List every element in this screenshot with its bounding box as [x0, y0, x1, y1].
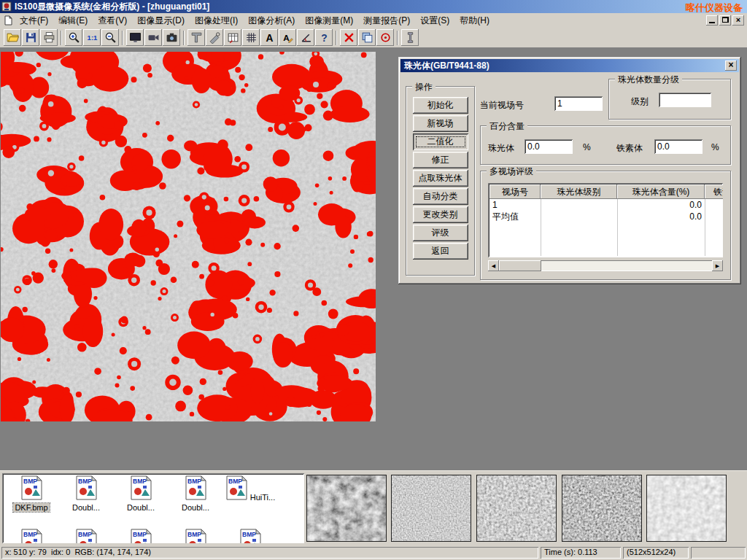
open-button[interactable] — [4, 29, 21, 46]
operation-button[interactable]: 评级 — [413, 225, 468, 241]
operation-button[interactable]: 点取珠光体 — [413, 170, 468, 187]
file-item[interactable]: BMPHuiTi... — [223, 475, 277, 502]
level-input[interactable] — [659, 93, 711, 107]
file-item[interactable]: BMP — [114, 529, 168, 543]
metallographic-image[interactable] — [1, 52, 376, 421]
text-annotate-button[interactable]: A — [260, 29, 278, 46]
menu-item[interactable]: 测量报告(P) — [358, 12, 415, 29]
menu-item[interactable]: 文件(F) — [15, 12, 53, 29]
operation-button[interactable]: 修正 — [413, 152, 468, 168]
file-item[interactable]: BMP — [223, 529, 277, 543]
angle-measure-button[interactable] — [297, 29, 314, 46]
file-item[interactable]: BMP — [59, 529, 113, 543]
bottom-panel: BMPDKF.bmpBMPDoubl...BMPDoubl...BMPDoubl… — [0, 470, 747, 545]
menu-item[interactable]: 图像处理(I) — [190, 12, 243, 29]
thumbnail-2[interactable] — [391, 475, 471, 542]
operation-button[interactable]: 二值化 — [413, 133, 468, 150]
file-list[interactable]: BMPDKF.bmpBMPDoubl...BMPDoubl...BMPDoubl… — [2, 473, 304, 543]
current-field-input[interactable]: 1 — [554, 96, 603, 111]
operation-button[interactable]: 新视场 — [413, 115, 468, 132]
grading-group: 珠光体数量分级 级别 — [608, 79, 731, 120]
table-cell: 0.0 — [617, 199, 705, 211]
scroll-right-arrow[interactable]: ▶ — [712, 260, 723, 271]
thumbnail-4[interactable] — [562, 475, 642, 542]
svg-text:?: ? — [321, 32, 327, 44]
font-edit-button[interactable]: A — [279, 29, 296, 46]
actual-size-button[interactable]: 1:1 — [83, 29, 101, 46]
operation-button[interactable]: 初始化 — [413, 97, 468, 114]
menu-item[interactable]: 设置(S) — [415, 12, 454, 29]
scroll-left-arrow[interactable]: ◀ — [488, 260, 499, 271]
title-bar[interactable]: IS100显微摄像系统(金相分析版) - [zhuguangti01] 喀什仪器… — [0, 0, 747, 13]
table-body[interactable]: 10.0平均值0.0 — [489, 199, 721, 256]
grid-icon — [245, 31, 258, 44]
bmp-file-icon: BMP — [238, 529, 263, 543]
display-mode-button[interactable] — [126, 29, 144, 46]
toolbar-separator — [61, 31, 62, 45]
save-button[interactable] — [22, 29, 39, 46]
scroll-thumb[interactable] — [499, 260, 541, 271]
svg-text:BMP: BMP — [78, 531, 92, 538]
dialog-close-button[interactable]: × — [725, 61, 737, 71]
table-h-scrollbar[interactable]: ◀ ▶ — [488, 260, 723, 271]
clamp-button[interactable] — [401, 29, 419, 46]
zoom-in-button[interactable] — [65, 29, 82, 46]
table-column-header[interactable]: 珠光体级别 — [541, 184, 617, 199]
table-gridline — [705, 199, 705, 256]
level-label: 级别 — [631, 96, 649, 108]
svg-text:A: A — [283, 33, 290, 42]
measure-table-button[interactable] — [224, 29, 241, 46]
table-row[interactable]: 10.0 — [489, 199, 721, 211]
bmp-file-icon: BMP — [74, 529, 98, 543]
save-icon — [25, 31, 37, 44]
micrometer-button[interactable] — [206, 29, 223, 46]
camera-capture-button[interactable] — [163, 29, 180, 46]
bmp-file-icon: BMP — [128, 475, 153, 500]
grid-button[interactable] — [242, 29, 260, 46]
operation-button[interactable]: 更改类别 — [413, 206, 468, 223]
scroll-channel[interactable] — [541, 260, 712, 271]
operation-button[interactable]: 自动分类 — [413, 188, 468, 205]
file-item[interactable]: BMPDoubl... — [169, 475, 222, 513]
app-icon — [1, 1, 12, 12]
menu-item[interactable]: 图像测量(M) — [300, 12, 358, 29]
close-button[interactable]: × — [732, 15, 744, 26]
operation-button[interactable]: 返回 — [413, 243, 468, 260]
minimize-button[interactable] — [706, 15, 718, 26]
svg-text:BMP: BMP — [242, 531, 256, 538]
dialog-title-bar[interactable]: 珠光体(GB/T9441-88) × — [400, 59, 739, 72]
table-column-header[interactable]: 视场号 — [489, 184, 541, 199]
menu-item[interactable]: 查看(V) — [93, 12, 132, 29]
menu-item[interactable]: 帮助(H) — [454, 12, 495, 29]
file-item[interactable]: BMP — [4, 529, 58, 543]
menu-item[interactable]: 图像显示(D) — [132, 12, 190, 29]
print-button[interactable] — [40, 29, 58, 46]
table-column-header[interactable]: 珠光体含量(%) — [617, 184, 705, 199]
help-button[interactable]: ? — [315, 29, 333, 46]
file-item[interactable]: BMPDKF.bmp — [4, 475, 58, 513]
pearlite-percent-input[interactable]: 0.0 — [525, 139, 573, 154]
delete-measure-button[interactable] — [340, 29, 357, 46]
thumbnail-3[interactable] — [476, 475, 557, 542]
svg-text:BMP: BMP — [78, 478, 92, 485]
thumbnail-5[interactable] — [646, 475, 727, 542]
rating-group: 多视场评级 视场号珠光体级别珠光体含量(%)铁素体 10.0平均值0.0 ◀ ▶ — [480, 171, 731, 280]
bmp-file-icon: BMP — [128, 529, 153, 543]
point-marker-button[interactable] — [376, 29, 394, 46]
video-capture-button[interactable] — [144, 29, 162, 46]
file-item[interactable]: BMP — [169, 529, 222, 543]
table-row[interactable]: 平均值0.0 — [489, 211, 721, 222]
ferrite-percent-input[interactable]: 0.0 — [654, 139, 703, 154]
percent-sign: % — [711, 142, 719, 152]
zoom-out-button[interactable] — [101, 29, 119, 46]
caliper-button[interactable] — [187, 29, 205, 46]
menu-item[interactable]: 编辑(E) — [53, 12, 93, 29]
menu-item[interactable]: 图像分析(A) — [243, 12, 300, 29]
image-overlay-button[interactable] — [358, 29, 376, 46]
file-item[interactable]: BMPDoubl... — [59, 475, 113, 513]
thumbnail-1[interactable] — [306, 475, 387, 542]
restore-button[interactable] — [719, 15, 731, 26]
time-status: Time (s): 0.113 — [541, 547, 621, 559]
file-item[interactable]: BMPDoubl... — [114, 475, 168, 513]
table-column-header[interactable]: 铁素体 — [705, 184, 723, 199]
